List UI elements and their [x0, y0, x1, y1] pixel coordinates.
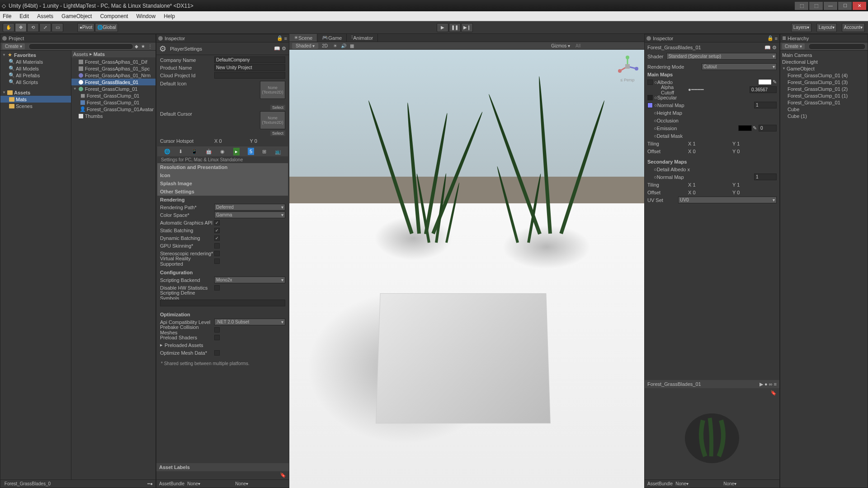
- assetbundle-r-dropdown[interactable]: None▾: [675, 481, 721, 486]
- fav-all-materials[interactable]: 🔍All Materials: [0, 58, 71, 65]
- hier-cube-1[interactable]: Cube (1): [780, 113, 868, 119]
- search-filter-2[interactable]: ★: [141, 44, 145, 49]
- rotate-tool[interactable]: ⟲: [27, 23, 39, 32]
- layers-dropdown[interactable]: Layers ▾: [791, 23, 811, 32]
- minimize-button[interactable]: —: [824, 2, 837, 10]
- scene-tab[interactable]: ☀ Scene: [289, 34, 317, 42]
- scale-tool[interactable]: ⤢: [39, 23, 51, 32]
- asset-grassblades[interactable]: Forest_GrassBlades_01: [71, 79, 156, 85]
- optimize-mesh-checkbox[interactable]: [214, 350, 220, 356]
- asset-spc[interactable]: Forest_GrassAplhas_01_Spc: [71, 65, 156, 72]
- hier-grassclump-3[interactable]: Forest_GrassClump_01 (3): [780, 79, 868, 85]
- preview-menu-icon[interactable]: ≡: [774, 381, 777, 387]
- section-icon[interactable]: Icon: [157, 171, 288, 179]
- gpu-skinning-checkbox[interactable]: [214, 243, 220, 249]
- api-compat-dropdown[interactable]: .NET 2.0 Subset▾: [214, 319, 285, 325]
- menu-component[interactable]: Component: [100, 13, 128, 19]
- inspector-left-tab[interactable]: Inspector🔒 ≡: [156, 34, 289, 42]
- company-name-input[interactable]: [214, 56, 285, 63]
- audio-toggle-icon[interactable]: 🔊: [341, 43, 346, 48]
- shader-dropdown[interactable]: Standard (Specular setup)▾: [666, 53, 777, 60]
- folder-mats[interactable]: Mats: [0, 96, 71, 103]
- move-tool[interactable]: ✥: [15, 23, 27, 32]
- default-icon-slot[interactable]: None (Texture2D): [260, 81, 285, 99]
- vr-checkbox[interactable]: [214, 258, 220, 264]
- project-search[interactable]: [28, 43, 133, 50]
- platform-android-icon[interactable]: 🤖: [206, 149, 212, 155]
- hier-main-camera[interactable]: Main Camera: [780, 52, 868, 58]
- section-splash[interactable]: Splash Image: [157, 179, 288, 188]
- hier-grassclump-1[interactable]: Forest_GrassClump_01 (1): [780, 92, 868, 99]
- platform-tizen-icon[interactable]: ◉: [220, 149, 225, 155]
- emission-color[interactable]: [738, 125, 752, 131]
- inspector-right-tab[interactable]: Inspector🔒 ≡: [645, 34, 779, 42]
- assetbundle-name-dropdown[interactable]: None▾: [187, 481, 232, 486]
- assetbundle-variant-dropdown[interactable]: None▾: [235, 481, 258, 486]
- global-toggle[interactable]: 🌐 Global: [95, 23, 118, 32]
- product-name-input[interactable]: [214, 64, 285, 71]
- rendering-path-dropdown[interactable]: Deferred▾: [214, 204, 285, 211]
- platform-ios-icon[interactable]: 📱: [191, 149, 198, 155]
- light-toggle-icon[interactable]: ☀: [333, 43, 337, 48]
- default-cursor-slot[interactable]: None (Texture2D): [260, 111, 285, 129]
- preview-play-icon[interactable]: ▶: [760, 381, 763, 387]
- lock-icon[interactable]: 🔒: [277, 35, 283, 41]
- platform-web-icon[interactable]: 🌐: [164, 149, 170, 155]
- select-cursor-button[interactable]: Select: [270, 131, 285, 136]
- rendering-mode-dropdown[interactable]: Cutout▾: [702, 63, 777, 70]
- titlebar-extra-2[interactable]: ⬚: [809, 2, 823, 10]
- game-tab[interactable]: 🎮 Game: [317, 34, 347, 42]
- hier-cube[interactable]: Cube: [780, 106, 868, 113]
- menu-help[interactable]: Help: [164, 13, 175, 19]
- prebake-collision-checkbox[interactable]: [214, 327, 220, 333]
- menu-window[interactable]: Window: [136, 13, 156, 19]
- mat-help-icon[interactable]: 📖: [764, 45, 771, 51]
- assetbundle-r-variant-dropdown[interactable]: None▾: [723, 481, 746, 486]
- gizmos-dropdown[interactable]: Gizmos ▾: [551, 43, 570, 48]
- select-icon-button[interactable]: Select: [270, 105, 285, 110]
- normal2-value[interactable]: [754, 174, 777, 180]
- fav-all-prefabs[interactable]: 🔍All Prefabs: [0, 72, 71, 79]
- hier-grassclump-4[interactable]: Forest_GrassClump_01 (4): [780, 72, 868, 79]
- section-resolution[interactable]: Resolution and Presentation: [157, 163, 288, 171]
- titlebar-extra-1[interactable]: ⬚: [795, 2, 808, 10]
- cloud-id-input[interactable]: [214, 72, 285, 79]
- fx-toggle-icon[interactable]: ▦: [350, 43, 354, 48]
- hierarchy-create[interactable]: Create ▾: [782, 43, 805, 49]
- favorites-root[interactable]: ▼★Favorites: [0, 52, 71, 58]
- shaded-dropdown[interactable]: Shaded ▾: [292, 43, 318, 49]
- asset-nrm[interactable]: Forest_GrassAplhas_01_Nrm: [71, 72, 156, 79]
- specular-tex-slot[interactable]: [647, 95, 653, 100]
- fav-all-models[interactable]: 🔍All Models: [0, 65, 71, 72]
- eyedropper-icon[interactable]: ✎: [773, 79, 777, 85]
- hand-tool[interactable]: ✋: [3, 23, 14, 32]
- menu-assets[interactable]: Assets: [37, 13, 53, 19]
- play-button[interactable]: ▶: [437, 23, 448, 32]
- normal-value[interactable]: [754, 102, 777, 108]
- account-dropdown[interactable]: Account ▾: [842, 23, 865, 32]
- preview-label-icon[interactable]: 🔖: [770, 390, 777, 396]
- asset-grassclump-prefab[interactable]: Forest_GrassClump_01: [71, 99, 156, 106]
- platform-standalone-icon[interactable]: ▸: [233, 148, 240, 155]
- menu-file[interactable]: File: [3, 13, 11, 19]
- close-button[interactable]: ✕: [853, 2, 866, 10]
- assets-root[interactable]: ▼Assets: [0, 89, 71, 96]
- hier-gameobject[interactable]: ▼GameObject: [780, 65, 868, 72]
- layout-dropdown[interactable]: Layout ▾: [816, 23, 837, 32]
- stereo-checkbox[interactable]: [214, 251, 220, 256]
- asset-labels-header[interactable]: Asset Labels: [156, 463, 289, 471]
- hier-directional-light[interactable]: Directional Light: [780, 58, 868, 65]
- menu-icon[interactable]: ≡: [284, 36, 287, 41]
- platform-win-icon[interactable]: ⊞: [262, 149, 266, 155]
- orientation-gizmo[interactable]: ≤ Persp: [616, 55, 639, 78]
- scene-viewport[interactable]: ≤ Persp: [289, 50, 644, 488]
- platform-samsung-icon[interactable]: 📺: [275, 149, 281, 155]
- alpha-cutoff-input[interactable]: [750, 86, 777, 93]
- color-space-dropdown[interactable]: Gamma▾: [214, 211, 285, 218]
- fav-all-scripts[interactable]: 🔍All Scripts: [0, 79, 71, 85]
- menu-edit[interactable]: Edit: [19, 13, 29, 19]
- emission-value[interactable]: [759, 125, 777, 131]
- search-filter-3[interactable]: ⋮: [148, 44, 152, 49]
- hierarchy-search[interactable]: [808, 43, 866, 50]
- pivot-toggle[interactable]: ● Pivot: [77, 23, 94, 32]
